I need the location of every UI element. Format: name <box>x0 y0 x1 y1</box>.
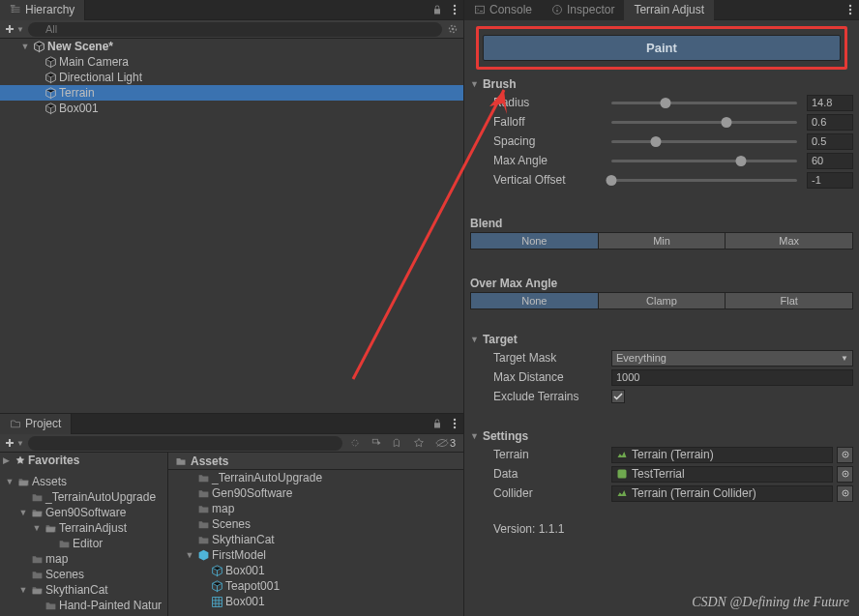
segment-option[interactable]: Clamp <box>599 292 726 309</box>
terrain-object-field[interactable]: Terrain (Terrain) <box>611 447 833 463</box>
slider[interactable] <box>611 140 797 143</box>
svg-point-0 <box>454 5 456 7</box>
tree-item[interactable]: ▼FirstModel <box>168 547 463 563</box>
context-menu-icon[interactable] <box>446 0 463 20</box>
slider[interactable] <box>611 160 797 162</box>
project-toolbar: ▼ 3 <box>0 434 463 453</box>
tree-item[interactable]: map <box>168 501 463 516</box>
hierarchy-tab[interactable]: Hierarchy <box>0 0 85 20</box>
filter-by-type-icon[interactable] <box>346 433 364 454</box>
target-title: Target <box>483 333 518 346</box>
hierarchy-item-label: Box001 <box>59 102 99 115</box>
tree-item[interactable]: map <box>0 551 167 567</box>
tree-item[interactable]: SkythianCat <box>168 532 463 547</box>
segment-option[interactable]: None <box>470 232 599 249</box>
fold-arrow-icon[interactable]: ▼ <box>17 585 29 595</box>
tree-item[interactable]: Box001 <box>168 594 463 609</box>
context-menu-icon[interactable] <box>842 0 859 20</box>
segment-option[interactable]: Max <box>726 232 853 249</box>
scene-label: New Scene* <box>47 40 113 53</box>
fold-arrow-icon[interactable]: ▼ <box>17 508 29 517</box>
settings-title: Settings <box>483 429 528 443</box>
object-picker-button[interactable] <box>837 485 853 502</box>
slider[interactable] <box>611 179 797 182</box>
slider-thumb[interactable] <box>660 98 670 108</box>
fold-arrow-icon[interactable]: ▼ <box>19 42 31 51</box>
lock-icon[interactable] <box>429 414 446 434</box>
lock-icon[interactable] <box>429 0 446 20</box>
tree-item[interactable]: Hand-Painted Natur <box>0 598 167 613</box>
project-search-input[interactable] <box>28 436 342 451</box>
scene-row[interactable]: ▼ New Scene* <box>0 39 463 54</box>
blend-segmented: NoneMinMax <box>470 232 853 249</box>
slider-value-field[interactable] <box>807 172 853 189</box>
slider-value-field[interactable] <box>807 114 853 131</box>
slider-value-field[interactable] <box>807 133 853 150</box>
object-picker-button[interactable] <box>837 447 853 463</box>
svg-rect-9 <box>372 439 377 443</box>
segment-option[interactable]: None <box>470 292 599 309</box>
filter-by-label-icon[interactable] <box>368 433 385 454</box>
fold-arrow-icon[interactable]: ▼ <box>4 477 15 486</box>
favorites-row[interactable]: ▶ Favorites <box>0 453 167 468</box>
collider-object-field[interactable]: Terrain (Terrain Collider) <box>611 485 833 502</box>
project-tab[interactable]: Project <box>0 414 72 434</box>
blend-heading: Blend <box>470 211 853 232</box>
target-mask-dropdown[interactable]: Everything ▼ <box>611 350 853 367</box>
project-icon <box>10 418 21 429</box>
paint-button[interactable]: Paint <box>483 35 841 61</box>
context-menu-icon[interactable] <box>446 414 463 434</box>
slider-value-field[interactable] <box>807 95 853 111</box>
slider-thumb[interactable] <box>651 136 662 147</box>
tree-item[interactable]: ▼TerrainAdjust <box>0 520 167 536</box>
hierarchy-item[interactable]: Main Camera <box>0 54 463 70</box>
settings-section-header[interactable]: ▼ Settings <box>470 427 853 445</box>
data-object-field[interactable]: TestTerrial <box>611 466 833 483</box>
tree-item[interactable]: Gen90Software <box>168 485 463 501</box>
segment-option[interactable]: Min <box>599 232 726 249</box>
fold-arrow-icon[interactable]: ▼ <box>31 523 43 533</box>
tree-item[interactable]: _TerrainAutoUpgrade <box>0 489 167 505</box>
console-tab[interactable]: Console <box>464 0 542 20</box>
max-distance-field[interactable]: 1000 <box>611 369 853 386</box>
slider-thumb[interactable] <box>722 117 732 128</box>
inspector-tab[interactable]: Inspector <box>542 0 624 20</box>
tree-item[interactable]: Teapot001 <box>168 578 463 594</box>
slider[interactable] <box>611 121 797 124</box>
slider-value-field[interactable] <box>807 153 853 169</box>
hidden-count-button[interactable]: 3 <box>431 433 459 454</box>
hierarchy-item[interactable]: Box001 <box>0 101 463 116</box>
brush-section-header[interactable]: ▼ Brush <box>470 75 853 93</box>
create-dropdown-button[interactable]: ▼ <box>4 437 24 449</box>
tree-item-label: SkythianCat <box>45 583 108 597</box>
slider[interactable] <box>611 102 797 104</box>
folder-icon <box>31 569 44 581</box>
exclude-terrains-checkbox[interactable] <box>611 390 625 403</box>
tree-item[interactable]: ▼Assets <box>0 474 167 489</box>
tree-item[interactable]: Scenes <box>168 516 463 532</box>
segment-option[interactable]: Flat <box>726 292 853 309</box>
hierarchy-item[interactable]: Terrain <box>0 85 463 101</box>
tree-item[interactable]: Box001 <box>168 563 463 578</box>
save-search-icon[interactable] <box>389 433 406 454</box>
scene-picker-icon[interactable] <box>446 22 459 36</box>
fold-arrow-icon: ▼ <box>470 431 479 441</box>
fold-arrow-icon[interactable]: ▼ <box>184 550 195 560</box>
breadcrumb[interactable]: Assets <box>168 453 463 470</box>
hierarchy-item[interactable]: Directional Light <box>0 70 463 85</box>
object-picker-button[interactable] <box>837 466 853 483</box>
tree-item[interactable]: Scenes <box>0 567 167 582</box>
tree-item[interactable]: ▼Gen90Software <box>0 505 167 520</box>
tree-item[interactable]: ▼SkythianCat <box>0 582 167 598</box>
watermark: CSDN @Defining the Future <box>692 595 849 610</box>
terrain-adjust-tab[interactable]: Terrain Adjust <box>624 0 714 20</box>
hierarchy-search-input[interactable] <box>28 22 442 37</box>
favorite-icon[interactable] <box>410 433 428 454</box>
slider-thumb[interactable] <box>736 156 747 166</box>
slider-thumb[interactable] <box>607 175 617 186</box>
tree-item[interactable]: _TerrainAutoUpgrade <box>168 470 463 485</box>
target-section-header[interactable]: ▼ Target <box>470 331 853 348</box>
fold-arrow-icon[interactable]: ▶ <box>0 455 12 465</box>
create-dropdown-button[interactable]: ▼ <box>4 23 24 35</box>
tree-item[interactable]: Editor <box>0 536 167 551</box>
